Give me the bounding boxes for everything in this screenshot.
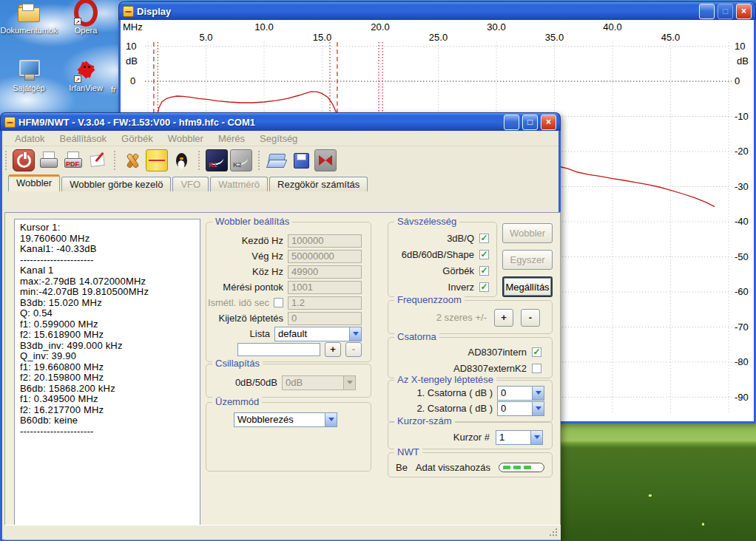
k2-curve-icon[interactable]: K2 xyxy=(230,149,252,171)
field-input-ismetl-ido-sec[interactable] xyxy=(288,296,362,310)
checkbox-label-inverz: Inverz xyxy=(448,282,474,293)
field-label-meresi-pontok: Mérési pontok xyxy=(223,282,283,293)
menu-item-segitseg[interactable]: Segítség xyxy=(253,132,304,146)
toolbar-group xyxy=(112,149,197,171)
display-curve-icon[interactable] xyxy=(146,149,168,171)
plot-tick-label: -30 xyxy=(735,181,749,192)
minimize-button[interactable]: _ xyxy=(504,115,519,130)
print-pdf-icon[interactable]: PDF xyxy=(61,149,84,171)
groupbox-caption: Kurzor-szám xyxy=(394,415,455,426)
menu-item-wobbler[interactable]: Wobbler xyxy=(161,132,210,146)
desktop-icon-opera[interactable]: ↗ Opera xyxy=(65,1,107,35)
channel-db-select[interactable]: 0 xyxy=(497,386,544,401)
plot-tick-label: 10 xyxy=(126,41,136,52)
close-button[interactable]: × xyxy=(541,115,556,130)
new-list-input[interactable] xyxy=(237,343,320,356)
tab-wattmero[interactable]: Wattmérö xyxy=(210,177,268,191)
chevron-down-icon xyxy=(532,402,544,415)
delete-curve-icon[interactable] xyxy=(314,149,337,171)
lista-select[interactable]: default xyxy=(274,327,362,341)
plot-tick-label: 20.0 xyxy=(371,21,389,33)
toolbar-group: PDF xyxy=(4,149,112,171)
print-icon[interactable] xyxy=(37,149,59,171)
bandwidth-row: 3dB/Q xyxy=(388,230,496,246)
field-label-lista: Lista xyxy=(250,328,270,339)
megallitas-button[interactable]: Megállítás xyxy=(502,276,553,297)
tab-wobbler[interactable]: Wobbler xyxy=(8,174,60,191)
field-label-ismetl-ido-sec: Ismétl. idö sec xyxy=(208,297,269,308)
plot-tick-label: 0 xyxy=(735,75,740,86)
info-line: B60db: keine xyxy=(20,415,195,426)
form-row: Kijelzö léptetés xyxy=(206,310,371,326)
close-button[interactable]: × xyxy=(736,4,752,19)
info-line: min:-42.07dB 19.810500MHz xyxy=(20,287,195,298)
channel-db-select[interactable]: 0 xyxy=(497,401,544,416)
folder-documents-icon xyxy=(17,1,41,24)
csillapitas-select[interactable]: 0dB xyxy=(282,375,356,390)
wobbler-button[interactable]: Wobbler xyxy=(502,223,553,243)
plot-tick-label: 35.0 xyxy=(545,32,564,43)
desktop-icon-partial-label[interactable]: fr xyxy=(111,85,116,94)
kurzor-select[interactable]: 1 xyxy=(496,430,543,445)
desktop-icon-irfanview[interactable]: ↗ IrfanView xyxy=(61,59,111,92)
repeat-time-checkbox[interactable] xyxy=(274,298,283,307)
checkbox-ad8307intern[interactable] xyxy=(532,347,541,357)
field-input-kezdo-hz[interactable] xyxy=(288,234,362,248)
info-line: f2: 16.217700 MHz xyxy=(20,405,195,416)
menu-item-gorbek[interactable]: Görbék xyxy=(115,132,160,146)
resize-grip[interactable] xyxy=(550,528,558,537)
info-line: f2: 15.618900 MHz xyxy=(20,330,195,341)
checkbox-ad8307externk2[interactable] xyxy=(532,364,541,373)
save-floppy-icon[interactable] xyxy=(290,149,312,171)
field-input-meresi-pontok[interactable] xyxy=(288,281,362,294)
checkbox-inverz[interactable] xyxy=(479,282,489,292)
tab-rezgokor-szamitas[interactable]: Rezgökör számítás xyxy=(269,177,368,191)
zoom-plus-button[interactable]: + xyxy=(494,309,513,327)
maximize-button[interactable]: □ xyxy=(718,4,733,19)
info-line: max:-2.79dB 14.072000MHz xyxy=(20,276,195,287)
groupbox-caption: Az X-tengely léptetése xyxy=(394,374,496,385)
egyszer-button[interactable]: Egyszer xyxy=(502,250,553,270)
tux-penguin-icon[interactable] xyxy=(170,149,192,171)
groupbox-caption: Csillapítás xyxy=(212,358,263,369)
checkbox-gorbek[interactable] xyxy=(479,266,489,276)
my-computer-icon xyxy=(17,59,41,81)
cursor-info-panel[interactable]: Kursor 1:19.760600 MHzKanal1: -40.33dB--… xyxy=(14,219,200,532)
menu-item-meres[interactable]: Mérés xyxy=(212,132,252,146)
menu-bar: AdatokBeállításokGörbékWobblerMérésSegít… xyxy=(2,131,558,146)
field-input-koz-hz[interactable] xyxy=(288,265,362,279)
k1-curve-icon[interactable]: K1 xyxy=(206,149,228,171)
maximize-button[interactable]: □ xyxy=(522,115,538,130)
csillapitas-label: 0dB/50dB xyxy=(235,377,277,388)
edit-pen-icon[interactable] xyxy=(86,149,108,171)
uzemmod-select[interactable]: Wobblerezés xyxy=(234,412,337,427)
display-window-titlebar[interactable]: Display _ □ × xyxy=(118,1,756,20)
app-window-titlebar[interactable]: HFM9/NWT - V.3.04 - FW:1.53:V00 - hfm9.h… xyxy=(0,112,561,131)
power-icon[interactable] xyxy=(13,149,35,171)
field-input-kijelzo-leptetes[interactable] xyxy=(288,312,362,325)
field-input-veg-hz[interactable] xyxy=(288,250,362,263)
menu-item-adatok[interactable]: Adatok xyxy=(8,132,51,146)
tools-icon[interactable] xyxy=(121,149,144,171)
checkbox-label-3db-q: 3dB/Q xyxy=(447,233,474,244)
tab-wobbler-gorbe-kezelo[interactable]: Wobbler görbe kezelö xyxy=(61,177,171,191)
checkbox-6db-60db-shape[interactable] xyxy=(479,250,489,259)
zoom-minus-button[interactable]: - xyxy=(521,309,540,327)
desktop-icon-dokumentumok[interactable]: Dokumentumok xyxy=(0,1,59,35)
info-line: ---------------------- xyxy=(20,255,195,266)
open-folder-icon[interactable] xyxy=(266,149,288,171)
form-row: Köz Hz xyxy=(206,264,371,279)
tab-vfo[interactable]: VFO xyxy=(172,177,209,191)
plot-tick-label: 15.0 xyxy=(313,32,331,43)
minimize-button[interactable]: _ xyxy=(699,4,715,19)
list-remove-button[interactable]: - xyxy=(345,342,362,357)
app-window-title: HFM9/NWT - V.3.04 - FW:1.53:V00 - hfm9.h… xyxy=(18,117,501,128)
menu-item-beallitasok[interactable]: Beállítások xyxy=(53,132,113,146)
list-add-button[interactable]: + xyxy=(325,342,341,357)
groupbox-caption: NWT xyxy=(394,446,422,457)
checkbox-3db-q[interactable] xyxy=(479,234,489,243)
desktop-icon-sajatgep[interactable]: Sajátgép xyxy=(0,59,59,92)
info-line: ---------------------- xyxy=(20,426,195,438)
nwt-action-label: Adat visszahozás xyxy=(414,462,493,473)
info-line: Kanal 1 xyxy=(20,265,195,276)
